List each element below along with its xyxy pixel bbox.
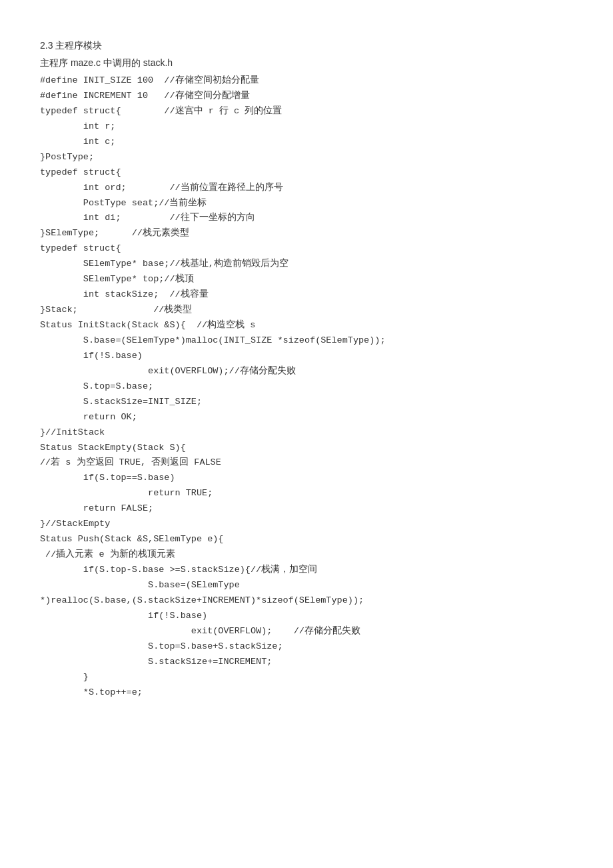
code-block: #define INIT_SIZE 100 //存储空间初始分配量 #defin… <box>40 73 586 700</box>
intro-text: 主程序 maze.c 中调用的 stack.h <box>40 57 586 69</box>
page-content: 2.3 主程序模块 主程序 maze.c 中调用的 stack.h #defin… <box>40 40 586 700</box>
section-title: 2.3 主程序模块 <box>40 40 586 52</box>
